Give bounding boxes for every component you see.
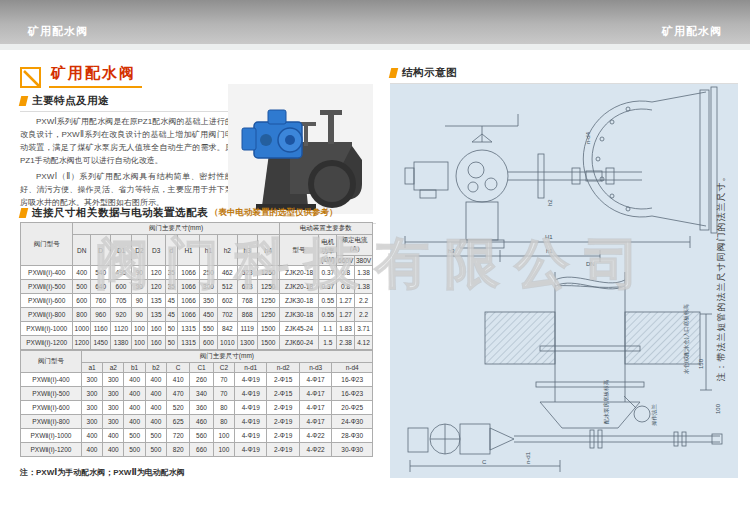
diagonal-box-icon [20, 67, 41, 88]
table-cell: 625 [167, 415, 190, 429]
table-cell: 2-Φ19 [267, 401, 299, 415]
table-cell: 410 [167, 373, 190, 387]
col-660v: 660V [337, 256, 355, 266]
table-cell: 2.2 [355, 308, 373, 322]
table-cell: 1010 [217, 336, 237, 350]
table-cell: 400 [145, 387, 166, 401]
table-cell: 512 [217, 280, 237, 294]
table-cell: 820 [167, 443, 190, 457]
table-cell: 30-Φ30 [332, 443, 373, 457]
table-row: PXWⅡ(Ⅰ)-40040054049590120351066250462523… [21, 266, 373, 280]
col-c2: C2 [213, 363, 234, 373]
col-c: C [167, 363, 190, 373]
table-cell: 500 [124, 443, 145, 457]
table-cell: 460 [190, 415, 213, 429]
table-cell: 300 [81, 387, 102, 401]
table-cell: 70 [213, 373, 234, 387]
table-cell: 1120 [111, 322, 132, 336]
table-cell: 0.55 [319, 294, 337, 308]
table-cell: 400 [124, 415, 145, 429]
table-cell: 4.12 [355, 336, 373, 350]
col-c1: C1 [190, 363, 213, 373]
group-valve-dims: 阀门主要尺寸(mm) [73, 223, 279, 235]
label-flange: 操作法兰 [651, 404, 658, 427]
table-cell: 1.83 [337, 322, 355, 336]
features-paragraph: PXWⅠ（Ⅱ）系列矿用配水阀具有结构简单、密封性能好、清污方便、操作灵活、省力等… [20, 170, 233, 209]
table-cell: 523 [237, 266, 257, 280]
table-cell: 462 [217, 266, 237, 280]
col-rated-current: 额定电流（A） [337, 235, 373, 256]
table-cell: 135 [147, 308, 165, 322]
flag-icon [19, 208, 28, 218]
table-cell: 400 [145, 415, 166, 429]
table-cell: 90 [132, 308, 148, 322]
features-section: 主要特点及用途 PXWⅠ系列矿用配水阀是在原PZ1配水阀的基础上进行的改良设计，… [20, 94, 233, 209]
table-cell: 960 [91, 308, 111, 322]
col-h1: h1 [200, 235, 218, 266]
table-cell: 4-Φ19 [235, 387, 267, 401]
group-valve-dims: 阀门主要尺寸(mm) [81, 351, 372, 363]
table-cell: 300 [81, 401, 102, 415]
col-d2: D2 [132, 235, 148, 266]
features-paragraph: PXWⅠ系列矿用配水阀是在原PZ1配水阀的基础上进行的改良设计，PXWⅡ系列在改… [20, 115, 233, 167]
table-cell: 1315 [178, 322, 200, 336]
label-c: C [482, 459, 487, 465]
structure-diagram: H1 h3 h1 DN h2 n-d4 n-d1 150 100 C 操作法兰 … [390, 84, 738, 478]
table-cell: ZJK30-18 [279, 294, 319, 308]
table-cell: 400 [103, 443, 124, 457]
table-cell: 600 [73, 294, 91, 308]
table-cell: 4-Φ22 [299, 443, 331, 457]
table-cell: 300 [81, 415, 102, 429]
selection-heading-note: （表中电动装置的选型仅供参考） [210, 207, 338, 219]
dimension-actuator-table: 阀门型号 阀门主要尺寸(mm) 电动装置主要参数 DN D D1 D2 D3 d… [20, 222, 373, 350]
table-cell: ZJK20-18 [279, 280, 319, 294]
col-h4: h4 [257, 235, 279, 266]
table-cell: 720 [167, 429, 190, 443]
table-cell: 16-Φ23 [332, 387, 373, 401]
table-cell: 400 [73, 266, 91, 280]
table-cell: 160 [147, 336, 165, 350]
table-cell: PXWⅡ(Ⅰ)-400 [21, 373, 82, 387]
table-cell: 0.55 [319, 308, 337, 322]
table-cell: 120 [147, 266, 165, 280]
table-cell: 4-Φ17 [299, 387, 331, 401]
table-cell: 2-Φ15 [267, 373, 299, 387]
diagram-side-note: 注：带法兰短管的法兰尺寸同阀门的法兰尺寸。 [715, 112, 728, 442]
table-cell: PXWⅡ(Ⅰ)-800 [21, 308, 73, 322]
table-cell: 16-Φ23 [332, 373, 373, 387]
label-150: 150 [698, 358, 704, 369]
label-nd1: n-d1 [525, 451, 531, 464]
table-cell: 2-Φ19 [267, 415, 299, 429]
table-row: PXWⅡ(Ⅰ)-12001200145013801001605013156001… [21, 336, 373, 350]
table-cell: 360 [190, 401, 213, 415]
table-cell: PXWⅡ(Ⅰ)-400 [21, 266, 73, 280]
table-cell: 90 [132, 266, 148, 280]
table-cell: 4-Φ17 [299, 373, 331, 387]
col-motor-power: 电机功率(kW) [319, 235, 337, 266]
table-cell: 1000 [73, 322, 91, 336]
table-cell: 340 [190, 387, 213, 401]
table-cell: 1.5 [319, 336, 337, 350]
table-cell: 400 [103, 429, 124, 443]
table-cell: 300 [200, 280, 218, 294]
label-H1: H1 [545, 234, 553, 240]
table-cell: 45 [165, 294, 178, 308]
table-cell: 500 [124, 429, 145, 443]
table-row: PXWⅡ(Ⅰ)-10004004005005007205601004-Φ192-… [21, 429, 373, 443]
diagram-heading-label: 结构示意图 [402, 66, 457, 80]
table-cell: 100 [213, 443, 234, 457]
table-row: PXWⅡ(Ⅰ)-800300300400400625460804-Φ192-Φ1… [21, 415, 373, 429]
table-cell: ZJK30-18 [279, 308, 319, 322]
table-cell: 2.38 [337, 336, 355, 350]
label-h3: h3 [448, 248, 455, 254]
col-nd1: n-d1 [235, 363, 267, 373]
table-cell: 100 [132, 336, 148, 350]
table-cell: 400 [124, 401, 145, 415]
table-cell: 1066 [178, 308, 200, 322]
table-cell: 1315 [178, 336, 200, 350]
table-row: PXWⅡ(Ⅰ)-10001000116011201001605013155508… [21, 322, 373, 336]
table-cell: 660 [190, 443, 213, 457]
table-cell: 1250 [257, 280, 279, 294]
table-cell: 100 [132, 322, 148, 336]
features-heading: 主要特点及用途 [20, 94, 233, 112]
